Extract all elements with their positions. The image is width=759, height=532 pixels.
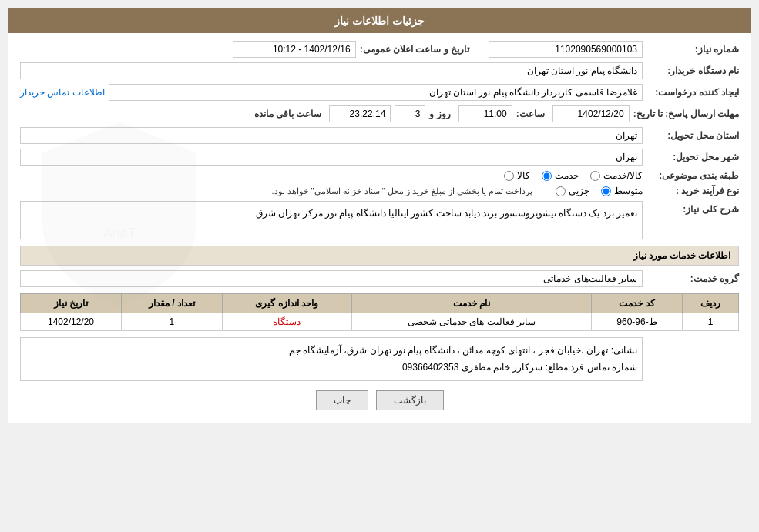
category-goods-radio[interactable] <box>504 171 514 181</box>
category-service-radio[interactable] <box>542 171 552 181</box>
purchase-partial-label[interactable]: جزیی <box>556 186 589 196</box>
need-description-label: شرح کلی نیاز: <box>646 204 739 215</box>
services-table: ردیف کد خدمت نام خدمت واحد اندازه گیری ت… <box>20 293 739 331</box>
purchase-type-radio-group: جزیی متوسط <box>556 186 643 196</box>
buyer-name-row: نام دستگاه خریدار: دانشگاه پیام نور استا… <box>20 62 739 79</box>
purchase-partial-text: جزیی <box>569 186 589 196</box>
print-button[interactable]: چاپ <box>316 390 368 410</box>
services-table-section: ردیف کد خدمت نام خدمت واحد اندازه گیری ت… <box>20 293 739 331</box>
category-goods-service-text: کالا/خدمت <box>603 170 643 181</box>
header-title: جزئیات اطلاعات نیاز <box>334 15 425 27</box>
reply-time-label: ساعت: <box>516 109 545 119</box>
main-card: AnaT جزئیات اطلاعات نیاز شماره نیاز: 110… <box>8 8 751 423</box>
need-number-label: شماره نیاز: <box>646 44 739 55</box>
purchase-type-row: نوع فرآیند خرید : جزیی متوسط پرداخت تمام… <box>20 186 739 196</box>
table-header-row: ردیف کد خدمت نام خدمت واحد اندازه گیری ت… <box>21 294 739 313</box>
category-goods-text: کالا <box>517 170 530 181</box>
col-header-unit: واحد اندازه گیری <box>222 294 351 313</box>
service-group-row: گروه خدمت: سایر فعالیت‌های خدماتی <box>20 270 739 287</box>
back-button[interactable]: بازگشت <box>376 390 444 410</box>
buyer-notes-line2: شماره تماس فرد مطلع: سرکارز خانم مظفری 0… <box>25 360 637 376</box>
cell-unit: دستگاه <box>222 313 351 331</box>
cell-date: 1402/12/20 <box>21 313 122 331</box>
announcement-value: 1402/12/16 - 10:12 <box>233 41 356 58</box>
buyer-notes-value: نشانی: تهران ،خیابان فجر ، انتهای کوچه م… <box>20 337 643 381</box>
category-service-text: خدمت <box>555 170 579 181</box>
delivery-province-label: استان محل تحویل: <box>646 130 739 141</box>
page-wrapper: AnaT جزئیات اطلاعات نیاز شماره نیاز: 110… <box>0 0 759 532</box>
purchase-type-note: پرداخت تمام یا بخشی از مبلغ خریداز محل "… <box>271 186 532 196</box>
reply-time-value: 11:00 <box>458 105 512 122</box>
creator-group: غلامرضا قاسمی کاربردار دانشگاه پیام نور … <box>20 84 643 101</box>
cell-service-code: ط-96-960 <box>592 313 683 331</box>
remaining-label: ساعت باقی مانده <box>254 109 322 119</box>
cell-quantity: 1 <box>121 313 222 331</box>
buyer-notes-line1: نشانی: تهران ،خیابان فجر ، انتهای کوچه م… <box>25 343 637 360</box>
purchase-medium-radio[interactable] <box>601 186 611 196</box>
category-goods-service-radio[interactable] <box>590 171 600 181</box>
creator-value: غلامرضا قاسمی کاربردار دانشگاه پیام نور … <box>109 84 643 101</box>
creator-row: ایجاد کننده درخواست: غلامرضا قاسمی کاربر… <box>20 84 739 101</box>
col-header-date: تاریخ نیاز <box>21 294 122 313</box>
purchase-medium-label[interactable]: متوسط <box>601 186 643 196</box>
delivery-province-value: تهران <box>20 127 643 144</box>
reply-date-value: 1402/12/20 <box>552 105 630 122</box>
purchase-partial-radio[interactable] <box>556 186 566 196</box>
need-number-value: 1102090569000103 <box>489 41 643 58</box>
delivery-city-value: تهران <box>20 149 643 166</box>
col-header-row-num: ردیف <box>682 294 738 313</box>
delivery-city-label: شهر محل تحویل: <box>646 152 739 162</box>
cell-row-num: 1 <box>682 313 738 331</box>
delivery-city-row: شهر محل تحویل: تهران <box>20 149 739 166</box>
days-value: 3 <box>395 105 425 122</box>
buyer-name-label: نام دستگاه خریدار: <box>646 65 739 76</box>
buyer-name-value: دانشگاه پیام نور استان تهران <box>20 62 643 79</box>
col-header-quantity: تعداد / مقدار <box>121 294 222 313</box>
creator-label: ایجاد کننده درخواست: <box>646 87 739 98</box>
days-label: روز و <box>429 109 450 119</box>
purchase-medium-text: متوسط <box>614 186 643 196</box>
reply-deadline-label: مهلت ارسال پاسخ: تا تاریخ: <box>633 109 739 119</box>
need-description-value: تعمیر برد یک دستگاه تیشویروسسور برند دیا… <box>20 201 643 239</box>
buttons-row: چاپ بازگشت <box>20 390 739 410</box>
card-header: جزئیات اطلاعات نیاز <box>8 8 751 33</box>
need-description-row: شرح کلی نیاز: تعمیر برد یک دستگاه تیشویر… <box>20 201 739 239</box>
cell-service-name: سایر فعالیت های خدماتی شخصی <box>351 313 592 331</box>
category-goods-service-label[interactable]: کالا/خدمت <box>590 170 643 181</box>
remaining-value: 23:22:14 <box>329 105 391 122</box>
purchase-type-label: نوع فرآیند خرید : <box>646 186 739 196</box>
category-label: طبقه بندی موضوعی: <box>646 170 739 181</box>
reply-deadline-row: مهلت ارسال پاسخ: تا تاریخ: 1402/12/20 سا… <box>20 105 739 122</box>
col-header-service-name: نام خدمت <box>351 294 592 313</box>
category-service-label[interactable]: خدمت <box>542 170 579 181</box>
buyer-notes-row: نشانی: تهران ،خیابان فجر ، انتهای کوچه م… <box>20 337 739 381</box>
category-row: طبقه بندی موضوعی: کالا خدمت کالا/خدمت <box>20 170 739 181</box>
card-body: شماره نیاز: 1102090569000103 تاریخ و ساع… <box>8 33 751 423</box>
table-row: 1 ط-96-960 سایر فعالیت های خدماتی شخصی د… <box>21 313 739 331</box>
category-goods-label[interactable]: کالا <box>504 170 530 181</box>
service-group-label: گروه خدمت: <box>646 273 739 284</box>
service-group-value: سایر فعالیت‌های خدماتی <box>20 270 643 287</box>
need-number-row: شماره نیاز: 1102090569000103 تاریخ و ساع… <box>20 41 739 58</box>
contact-link[interactable]: اطلاعات تماس خریدار <box>20 87 105 98</box>
announcement-label: تاریخ و ساعت اعلان عمومی: <box>360 44 469 55</box>
delivery-province-row: استان محل تحویل: تهران <box>20 127 739 144</box>
col-header-service-code: کد خدمت <box>592 294 683 313</box>
services-section-header: اطلاعات خدمات مورد نیاز <box>20 246 739 266</box>
category-radio-group: کالا خدمت کالا/خدمت <box>504 170 643 181</box>
